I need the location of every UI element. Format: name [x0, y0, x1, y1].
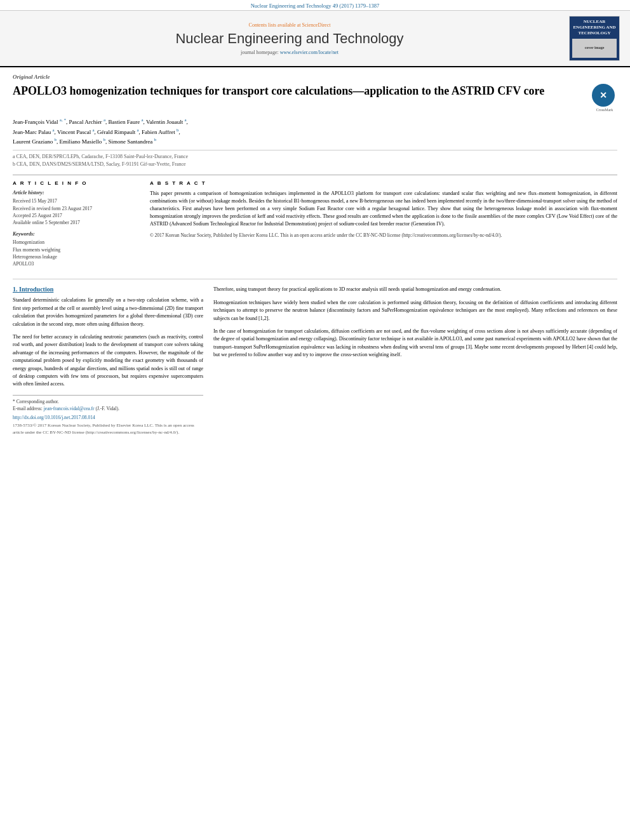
article-title: APOLLO3 homogenization techniques for tr…: [13, 84, 586, 98]
keyword-1: Homogenization: [13, 239, 140, 246]
article-title-section: APOLLO3 homogenization techniques for tr…: [13, 84, 617, 112]
right-column: Therefore, using transport theory for pr…: [213, 286, 617, 436]
article-info: A R T I C L E I N F O Article history: R…: [13, 180, 140, 272]
logo-line3: TECHNOLOGY: [572, 30, 617, 36]
journal-citation: Nuclear Engineering and Technology 49 (2…: [251, 3, 380, 9]
journal-title: Nuclear Engineering and Technology: [10, 30, 569, 47]
author-santandrea: Simone Santandrea b: [108, 138, 156, 145]
keyword-3: Heterogeneous leakage: [13, 253, 140, 260]
affiliation-a: a CEA, DEN, DER/SPRC/LEPh, Cadarache, F-…: [13, 153, 617, 161]
article-type: Original Article: [13, 74, 617, 80]
author-jouault: Valentin Jouault a: [146, 119, 187, 125]
email-suffix: (J.-F. Vidal).: [95, 406, 119, 411]
journal-header-content: Contents lists available at ScienceDirec…: [10, 22, 569, 55]
crossmark-icon[interactable]: ✕: [592, 84, 615, 107]
sciencedirect-line: Contents lists available at ScienceDirec…: [10, 22, 569, 28]
author-rimpault: Gérald Rimpault a: [97, 129, 139, 135]
author-masiello: Emiliano Masiello b: [59, 138, 105, 145]
journal-logo: NUCLEAR ENGINEERING AND TECHNOLOGY cover…: [569, 16, 620, 61]
corresponding-label: * Corresponding author.: [13, 399, 59, 404]
author-archier: Pascal Archier a: [69, 119, 105, 125]
doi-link: http://dx.doi.org/10.1016/j.net.2017.08.…: [13, 415, 203, 420]
accepted: Accepted 25 August 2017: [13, 212, 140, 219]
affiliation-b: b CEA, DEN, DANS/DM2S/SERMA/LTSD, Saclay…: [13, 161, 617, 168]
homepage-prefix: journal homepage:: [241, 50, 279, 55]
intro-heading: 1. Introduction: [13, 286, 203, 293]
abstract-title: A B S T R A C T: [150, 180, 617, 186]
received: Received 15 May 2017: [13, 197, 140, 204]
author-vidal: Jean-François Vidal a, *: [13, 119, 66, 125]
author-pascal: Vincent Pascal a: [57, 129, 95, 135]
intro-paragraph-1: Standard deterministic calculations lie …: [13, 297, 203, 328]
journal-citation-bar: Nuclear Engineering and Technology 49 (2…: [0, 0, 630, 11]
author-palau: Jean-Marc Palau a: [13, 129, 55, 135]
sciencedirect-label: ScienceDirect: [302, 22, 331, 28]
crossmark: ✕ CrossMark: [592, 84, 617, 112]
footnote-area: * Corresponding author. E-mail address: …: [13, 395, 203, 436]
email-link[interactable]: jean-francois.vidal@cea.fr: [44, 406, 95, 411]
affiliations: a CEA, DEN, DER/SPRC/LEPh, Cadarache, F-…: [13, 150, 617, 168]
keywords-section: Keywords: Homogenization Flux moments we…: [13, 231, 140, 267]
issn-url[interactable]: http://creativecommons.org/licenses/by-n…: [87, 430, 177, 435]
author-auffret: Fabien Auffret b: [142, 129, 178, 135]
right-paragraph-2: Homogenization techniques have widely be…: [213, 299, 617, 323]
abstract-section: A B S T R A C T This paper presents a co…: [150, 180, 617, 272]
doi-anchor[interactable]: http://dx.doi.org/10.1016/j.net.2017.08.…: [13, 415, 95, 420]
right-paragraph-1: Therefore, using transport theory for pr…: [213, 286, 617, 293]
available-online: Available online 5 September 2017: [13, 219, 140, 226]
left-column: 1. Introduction Standard deterministic c…: [13, 286, 203, 436]
issn-close: ).: [177, 430, 179, 435]
keywords-label: Keywords:: [13, 231, 140, 237]
crossmark-label: CrossMark: [592, 108, 617, 112]
keyword-2: Flux moments weighting: [13, 246, 140, 253]
contents-label: Contents lists available at: [249, 22, 301, 28]
right-paragraph-3: In the case of homogenization for transp…: [213, 328, 617, 359]
received-revised: Received in revised form 23 August 2017: [13, 205, 140, 212]
copyright-text: © 2017 Korean Nuclear Society, Published…: [150, 232, 617, 239]
email-label: E-mail address:: [13, 406, 43, 411]
article-info-title: A R T I C L E I N F O: [13, 180, 140, 186]
logo-line1: NUCLEAR: [572, 19, 617, 25]
intro-paragraph-2: The need for better accuracy in calculat…: [13, 333, 203, 389]
copyright-notice: © 2017 Korean Nuclear Society, Published…: [150, 232, 502, 238]
homepage-link[interactable]: www.elsevier.com/locate/net: [280, 50, 338, 55]
article-container: Original Article APOLLO3 homogenization …: [0, 67, 630, 442]
author-graziano: Laurent Graziano b: [13, 138, 57, 145]
journal-homepage: journal homepage: www.elsevier.com/locat…: [10, 50, 569, 55]
main-content: 1. Introduction Standard deterministic c…: [13, 279, 617, 436]
journal-header: Contents lists available at ScienceDirec…: [0, 11, 630, 67]
received-date: Received 15 May 2017 Received in revised…: [13, 197, 140, 226]
logo-line2: ENGINEERING AND: [572, 25, 617, 30]
corresponding-note: * Corresponding author. E-mail address: …: [13, 398, 203, 413]
abstract-text: This paper presents a comparison of homo…: [150, 190, 617, 228]
history-label: Article history:: [13, 190, 140, 196]
issn-text: 1738-5733/© 2017 Korean Nuclear Society,…: [13, 422, 203, 436]
keywords-list: Homogenization Flux moments weighting He…: [13, 239, 140, 267]
author-faure: Bastien Faure a: [108, 119, 143, 125]
info-abstract-section: A R T I C L E I N F O Article history: R…: [13, 175, 617, 272]
authors: Jean-François Vidal a, *, Pascal Archier…: [13, 117, 617, 146]
keyword-4: APOLLO3: [13, 260, 140, 267]
